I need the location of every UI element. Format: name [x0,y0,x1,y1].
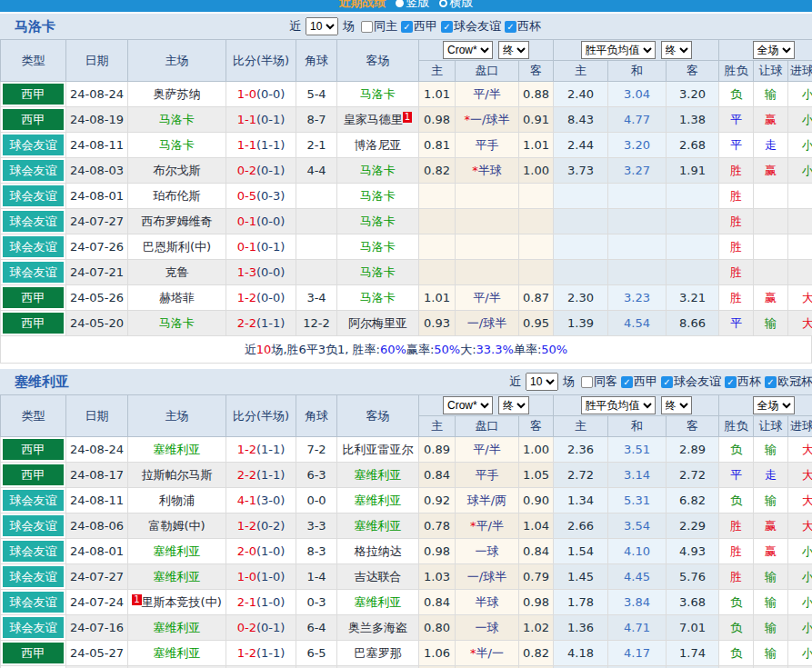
home-team-name[interactable]: 西布罗姆维奇 [142,214,213,228]
mean-home-odds: 1.54 [554,539,608,564]
home-team-name[interactable]: 塞维利亚 [154,646,201,660]
recent-count-select[interactable]: 10 [306,17,338,35]
fulltime-select-cell: 全场 [719,395,812,416]
away-team-name[interactable]: 马洛卡 [360,164,396,177]
league-filter[interactable]: ✓球会友谊 [441,18,501,35]
checkbox-unchecked-icon[interactable] [361,21,373,33]
mean-odds-select[interactable]: 胜平负均值 [581,41,656,59]
crow-final-select[interactable]: 终 [498,41,529,59]
away-team-name[interactable]: 比利亚雷亚尔 [343,443,414,456]
sub-header-7: 让球 [754,416,788,437]
away-team-name[interactable]: 马洛卡 [360,240,396,254]
home-team-name[interactable]: 赫塔菲 [159,291,195,304]
mean-final-select[interactable]: 终 [661,396,692,414]
home-team-name[interactable]: 巴恩斯利(中) [143,240,211,254]
home-team-name[interactable]: 塞维利亚 [154,443,201,456]
away-team-name[interactable]: 马洛卡 [360,265,396,279]
fulltime-select[interactable]: 全场 [753,396,795,414]
handicap-text: 一球 [476,544,499,558]
handicap-cell: 平/半 [456,437,519,463]
home-team-name[interactable]: 里斯本竞技(中) [142,595,222,609]
checkbox-checked-icon[interactable]: ✓ [621,376,633,388]
checkbox-checked-icon[interactable]: ✓ [661,376,673,388]
home-team-name[interactable]: 利物浦 [159,494,195,507]
result-wdl: 负 [719,641,754,666]
home-team-name[interactable]: 奥萨苏纳 [154,87,201,101]
summary-part: 大: [460,342,476,358]
away-team-name[interactable]: 阿尔梅里亚 [348,316,407,330]
same-venue-label: 同客 [594,374,617,390]
halftime-score: (0-3) [256,189,285,203]
away-team-name[interactable]: 巴塞罗那 [355,646,402,660]
home-team-name[interactable]: 克鲁 [165,265,189,279]
away-team-name[interactable]: 格拉纳达 [355,544,402,558]
mean-away-odds: 1.91 [667,158,719,184]
corner-cell: 4-4 [296,158,337,184]
match-row: 球会友谊24-07-26巴恩斯利(中)0-1(0-1)马洛卡胜 [1,234,812,260]
league-filter[interactable]: ✓西甲 [621,374,657,390]
checkbox-checked-icon[interactable]: ✓ [441,21,453,33]
away-team-name[interactable]: 马洛卡 [360,87,396,101]
away-team-name[interactable]: 塞维利亚 [355,519,402,533]
layout-radio-vertical[interactable]: 竖版 [396,0,430,11]
away-team-name[interactable]: 奥兰多海盗 [348,621,407,634]
home-team-name[interactable]: 马洛卡 [159,113,195,126]
checkbox-unchecked-icon[interactable] [581,376,593,388]
fulltime-select[interactable]: 全场 [753,41,795,59]
mean-home-odds: 1.78 [554,590,608,615]
league-type-badge: 球会友谊 [3,211,64,232]
home-team-name[interactable]: 马洛卡 [159,138,195,152]
league-filter[interactable]: ✓球会友谊 [661,374,721,390]
away-team-name[interactable]: 马洛卡 [360,214,396,228]
same-venue-filter[interactable]: 同主 [361,18,397,35]
away-team-name[interactable]: 吉达联合 [355,570,402,583]
league-filter[interactable]: ✓欧冠杯 [765,374,812,390]
crow-final-select[interactable]: 终 [498,396,529,414]
match-row: 西甲24-08-17拉斯帕尔马斯2-2(1-1)6-3塞维利亚0.84平手1.0… [1,463,812,488]
away-team-name[interactable]: 马洛卡 [360,189,396,203]
home-team-name[interactable]: 塞维利亚 [154,544,201,558]
home-team-name[interactable]: 拉斯帕尔马斯 [142,468,213,482]
away-team-name[interactable]: 马洛卡 [360,291,396,304]
same-venue-filter[interactable]: 同客 [581,374,617,390]
col-header-4: 角球 [296,395,337,437]
away-team-name[interactable]: 博洛尼亚 [355,138,402,152]
home-team-cell: 马洛卡 [128,311,226,336]
crow-bookmaker-select[interactable]: Crow* [443,41,493,59]
away-team-name[interactable]: 塞维利亚 [355,468,402,482]
league-filter[interactable]: ✓西杯 [725,374,761,390]
mean-final-select[interactable]: 终 [661,41,692,59]
crow-home-odds: 0.80 [419,615,456,641]
mean-odds-select[interactable]: 胜平负均值 [581,396,656,414]
checkbox-checked-icon[interactable]: ✓ [725,376,737,388]
result-goals [788,209,812,234]
home-team-cell: 塞维利亚 [128,641,226,666]
crow-bookmaker-select[interactable]: Crow* [443,396,493,414]
league-filter[interactable]: ✓西甲 [401,18,437,35]
home-team-name[interactable]: 珀布伦斯 [154,189,201,203]
recent-count-select[interactable]: 10 [526,373,558,391]
home-team-name[interactable]: 塞维利亚 [154,570,201,583]
match-type-cell: 球会友谊 [1,513,66,539]
away-team-name[interactable]: 塞维利亚 [355,595,402,609]
checkbox-checked-icon[interactable]: ✓ [505,21,516,33]
checkbox-checked-icon[interactable]: ✓ [765,376,777,388]
home-team-name[interactable]: 塞维利亚 [154,621,201,634]
near-label: 近 [509,374,521,390]
league-filter[interactable]: ✓西杯 [505,18,541,35]
checkbox-checked-icon[interactable]: ✓ [401,21,413,33]
away-team-name[interactable]: 皇家马德里 [344,113,403,126]
home-team-name[interactable]: 布尔戈斯 [154,164,201,177]
layout-radio-horizontal[interactable]: 横版 [439,0,474,11]
home-team-name[interactable]: 富勒姆(中) [148,519,205,533]
date-cell: 24-08-03 [66,158,128,184]
away-team-name[interactable]: 塞维利亚 [355,494,402,507]
home-team-cell: 马洛卡 [128,107,226,133]
score-cell: 1-0(0-0) [226,82,296,107]
date-cell: 24-08-01 [66,539,128,564]
sub-header-0: 主 [419,416,456,437]
handicap-text: 平/半 [476,519,504,533]
home-team-name[interactable]: 马洛卡 [159,316,195,330]
home-team-cell: 珀布伦斯 [128,184,226,209]
fulltime-select-cell: 全场 [719,40,812,61]
